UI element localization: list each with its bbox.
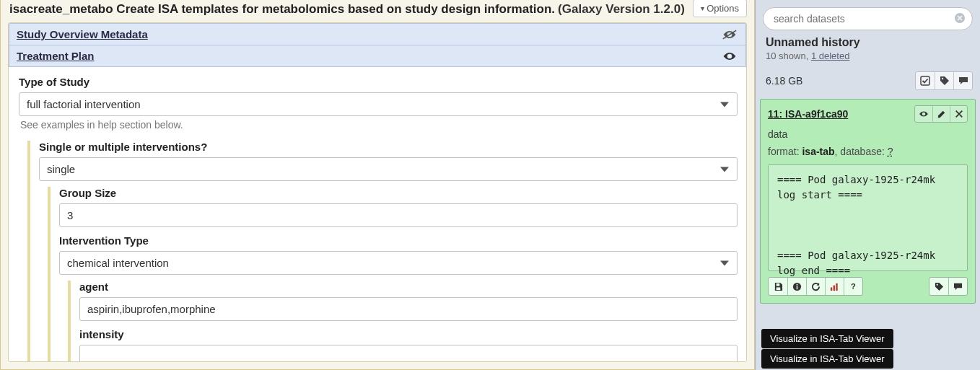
eye-icon[interactable] <box>722 51 738 61</box>
svg-rect-11 <box>834 285 835 290</box>
svg-point-1 <box>728 55 730 57</box>
clear-search-icon[interactable] <box>954 12 966 24</box>
group-size-label: Group Size <box>59 187 738 199</box>
tool-version: (Galaxy Version 1.2.0) <box>558 2 685 17</box>
tool-panel: isacreate_metabo Create ISA templates fo… <box>0 0 755 370</box>
dataset-data-label: data <box>768 128 968 140</box>
tag-icon[interactable] <box>935 72 953 89</box>
type-of-study-select[interactable]: full factorial intervention <box>19 92 738 116</box>
tool-header: isacreate_metabo Create ISA templates fo… <box>1 0 754 22</box>
format-value: isa-tab <box>802 146 834 157</box>
intensity-label: intensity <box>79 328 738 340</box>
svg-rect-10 <box>831 287 832 291</box>
comment-icon[interactable] <box>948 278 967 295</box>
agent-label: agent <box>79 281 738 293</box>
interventions-label: Single or multiple interventions? <box>39 141 738 153</box>
intensity-input[interactable] <box>79 345 738 362</box>
svg-rect-3 <box>921 76 929 85</box>
delete-icon[interactable] <box>950 106 967 122</box>
comment-icon[interactable] <box>953 72 972 89</box>
history-title[interactable]: Unnamed history <box>766 36 970 49</box>
intervention-type-label: Intervention Type <box>59 234 738 247</box>
group-size-input[interactable] <box>59 203 738 227</box>
history-meta: Unnamed history 10 shown, 1 deleted <box>756 36 980 67</box>
database-value[interactable]: ? <box>888 146 893 157</box>
section-treatment-header[interactable]: Treatment Plan <box>9 45 746 67</box>
history-action-buttons <box>915 71 973 90</box>
agent-input[interactable] <box>79 297 738 321</box>
svg-point-4 <box>941 78 942 79</box>
indent-3: agent intensity <box>68 281 738 362</box>
info-icon[interactable] <box>787 278 806 295</box>
svg-rect-12 <box>836 283 837 290</box>
database-key: , database: <box>835 146 888 157</box>
tooltip-visualize-2: Visualize in ISA-Tab Viewer <box>761 349 893 369</box>
intervention-type-select[interactable]: chemical intervention <box>59 251 738 275</box>
history-size: 6.18 GB <box>766 75 802 87</box>
tool-body: Study Overview Metadata Treatment Plan T… <box>8 22 747 362</box>
tag-icon[interactable] <box>929 278 948 295</box>
select-all-icon[interactable] <box>916 72 935 89</box>
dataset-item: 11: ISA-a9f1ca90 data format: isa-tab, d… <box>760 99 976 304</box>
type-of-study-help: See examples in help section below. <box>19 116 738 136</box>
edit-icon[interactable] <box>932 106 950 122</box>
history-deleted-link[interactable]: 1 deleted <box>811 50 850 61</box>
rerun-icon[interactable] <box>806 278 825 295</box>
search-datasets-input[interactable] <box>763 7 973 30</box>
dataset-log: ==== Pod galaxy-1925-r24mk log start ===… <box>768 164 968 271</box>
tool-title: isacreate_metabo Create ISA templates fo… <box>9 2 555 17</box>
format-key: format: <box>768 146 802 157</box>
save-icon[interactable] <box>769 278 787 295</box>
section-overview-header[interactable]: Study Overview Metadata <box>9 23 746 45</box>
svg-rect-8 <box>797 286 797 289</box>
visualize-icon[interactable] <box>825 278 844 295</box>
dataset-name[interactable]: 11: ISA-a9f1ca90 <box>768 108 848 120</box>
svg-rect-6 <box>776 287 780 290</box>
display-icon[interactable] <box>915 106 932 122</box>
svg-point-14 <box>936 283 937 285</box>
help-icon[interactable]: ? <box>844 278 862 295</box>
eye-slash-icon[interactable] <box>722 30 738 40</box>
indent-1: Single or multiple interventions? single… <box>27 141 738 362</box>
svg-text:?: ? <box>851 282 856 291</box>
options-label: Options <box>706 3 739 14</box>
section-overview-title: Study Overview Metadata <box>17 28 148 40</box>
history-panel: Unnamed history 10 shown, 1 deleted 6.18… <box>755 0 980 370</box>
interventions-select[interactable]: single <box>39 157 738 181</box>
tooltip-visualize-1: Visualize in ISA-Tab Viewer <box>761 329 893 348</box>
options-button[interactable]: ▾ Options <box>693 0 747 17</box>
history-shown-count: 10 shown, <box>766 50 811 61</box>
type-of-study-label: Type of Study <box>19 76 738 88</box>
svg-rect-5 <box>776 283 779 286</box>
indent-2: Group Size Intervention Type chemical in… <box>48 187 738 362</box>
section-treatment-title: Treatment Plan <box>17 50 95 62</box>
treatment-section-body: Type of Study full factorial interventio… <box>9 67 746 362</box>
svg-point-9 <box>797 283 798 285</box>
